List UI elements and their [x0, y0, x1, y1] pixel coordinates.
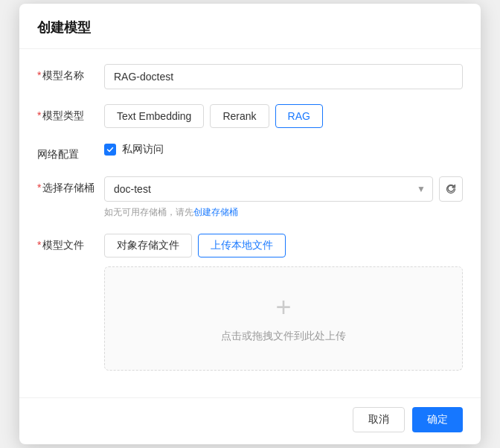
upload-local-btn[interactable]: 上传本地文件	[198, 234, 286, 257]
bucket-row: 选择存储桶 doc-test ▼ 如无	[37, 176, 463, 219]
network-label: 网络配置	[37, 143, 104, 161]
private-access-checkbox[interactable]	[104, 144, 116, 156]
dialog-body: 模型名称 模型类型 Text Embedding Rerank RAG 网络配置	[19, 49, 481, 397]
bucket-content: doc-test ▼ 如无可用存储桶，请先创建存储桶	[104, 176, 463, 219]
refresh-icon	[445, 183, 457, 195]
dialog-title: 创建模型	[37, 20, 91, 35]
object-storage-btn[interactable]: 对象存储文件	[104, 234, 192, 257]
upload-plus-icon: +	[275, 294, 291, 321]
model-file-row: 模型文件 对象存储文件 上传本地文件 + 点击或拖拽文件到此处上传	[37, 234, 463, 371]
model-name-content	[104, 64, 463, 89]
cancel-button[interactable]: 取消	[353, 407, 405, 432]
model-name-input[interactable]	[104, 64, 463, 89]
refresh-bucket-button[interactable]	[439, 176, 463, 202]
model-type-row: 模型类型 Text Embedding Rerank RAG	[37, 104, 463, 128]
model-type-content: Text Embedding Rerank RAG	[104, 104, 463, 128]
model-name-row: 模型名称	[37, 64, 463, 89]
private-access-label: 私网访问	[122, 143, 164, 156]
model-type-buttons: Text Embedding Rerank RAG	[104, 104, 463, 128]
dialog-header: 创建模型	[19, 4, 481, 49]
model-name-label: 模型名称	[37, 64, 104, 83]
network-checkbox-row: 私网访问	[104, 143, 463, 156]
create-model-dialog: 创建模型 模型名称 模型类型 Text Embedding Rerank RAG…	[19, 4, 481, 444]
upload-drop-area[interactable]: + 点击或拖拽文件到此处上传	[104, 266, 463, 371]
upload-hint-text: 点击或拖拽文件到此处上传	[221, 330, 346, 343]
bucket-hint: 如无可用存储桶，请先创建存储桶	[104, 206, 463, 219]
model-file-label: 模型文件	[37, 234, 104, 252]
file-buttons: 对象存储文件 上传本地文件	[104, 234, 463, 257]
type-btn-rag[interactable]: RAG	[275, 104, 323, 128]
confirm-button[interactable]: 确定	[412, 407, 463, 432]
bucket-select-row: doc-test ▼	[104, 176, 463, 202]
bucket-hint-text: 如无可用存储桶，请先	[104, 207, 193, 217]
network-row: 网络配置 私网访问	[37, 143, 463, 161]
bucket-select-wrapper: doc-test ▼	[104, 176, 433, 202]
bucket-select[interactable]: doc-test	[104, 176, 433, 202]
model-file-content: 对象存储文件 上传本地文件 + 点击或拖拽文件到此处上传	[104, 234, 463, 371]
type-btn-text-embedding[interactable]: Text Embedding	[104, 104, 204, 128]
dialog-footer: 取消 确定	[19, 397, 481, 444]
model-type-label: 模型类型	[37, 104, 104, 123]
bucket-label: 选择存储桶	[37, 176, 104, 195]
network-content: 私网访问	[104, 143, 463, 156]
create-bucket-link[interactable]: 创建存储桶	[193, 207, 238, 217]
type-btn-rerank[interactable]: Rerank	[210, 104, 269, 128]
